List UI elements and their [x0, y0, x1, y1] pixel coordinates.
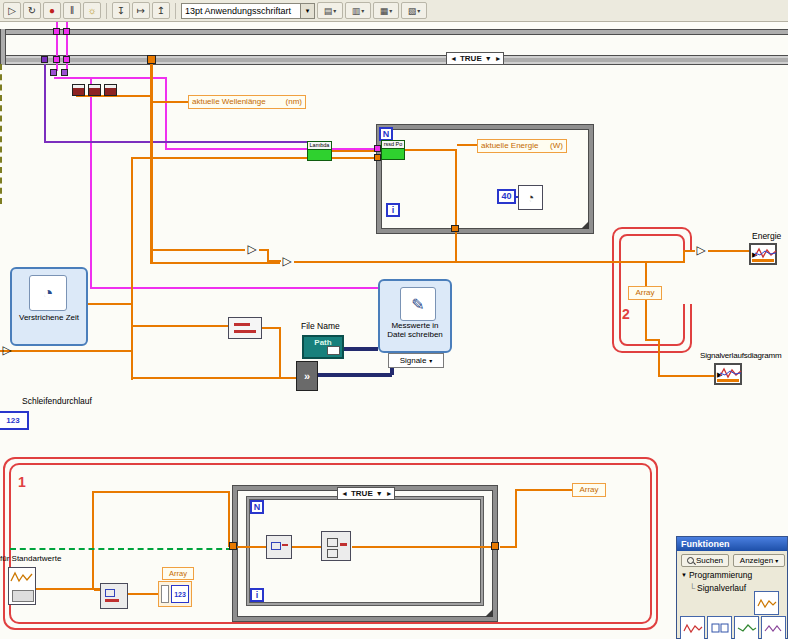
wire-segment[interactable] [279, 327, 281, 377]
tunnel[interactable] [451, 225, 459, 232]
wire-segment[interactable] [44, 141, 309, 143]
signale-tab-dropdown-icon[interactable]: ▾ [429, 357, 432, 364]
local-variable-square[interactable] [61, 69, 68, 76]
palette-icon[interactable] [761, 616, 786, 639]
tunnel[interactable] [491, 542, 499, 550]
palette-category-programmierung[interactable]: ▼ Programmierung [681, 570, 752, 580]
wire-segment[interactable] [44, 64, 46, 143]
palette-icon[interactable] [734, 616, 759, 639]
case-next-button[interactable]: ► [495, 55, 502, 62]
palette-title-bar[interactable]: Funktionen [677, 537, 787, 551]
schleifendurchlauf-label[interactable]: Schleifendurchlauf [22, 397, 92, 406]
step-out-button[interactable]: ↥ [152, 2, 170, 19]
wire-segment[interactable] [228, 491, 230, 547]
tunnel[interactable] [147, 55, 156, 64]
wire-segment[interactable] [292, 546, 323, 548]
scaling-node[interactable] [228, 317, 262, 339]
tunnel[interactable] [53, 56, 60, 63]
wire-segment[interactable] [352, 546, 494, 548]
wire-segment[interactable] [128, 593, 158, 595]
palette-icon[interactable] [707, 616, 732, 639]
wire-segment[interactable] [455, 149, 457, 227]
merge-signals-node[interactable]: » [296, 361, 318, 391]
signalverlaufsdiagramm-label[interactable]: Signalverlaufsdiagramm [700, 352, 788, 361]
array-index-box[interactable] [161, 585, 169, 603]
palette-view-button[interactable]: Anzeigen ▾ [733, 554, 785, 567]
palette-search-button[interactable]: Suchen [681, 554, 729, 567]
wire-segment[interactable] [708, 250, 750, 252]
array-element-box[interactable]: 123 [171, 585, 189, 603]
signalverlauf-chart-terminal[interactable]: ▶ [714, 363, 742, 385]
signale-input-tab[interactable]: Signale ▾ [388, 353, 444, 368]
wire-dynamic-data[interactable] [318, 373, 392, 377]
wait-metronome-node[interactable]: ◔ [518, 185, 543, 210]
run-button[interactable]: ▷ [3, 2, 21, 19]
step-into-button[interactable]: ↧ [112, 2, 130, 19]
case-dropdown-button[interactable]: ▼ [485, 55, 492, 62]
palette-icon[interactable] [680, 616, 705, 639]
structure-left-border[interactable] [0, 29, 6, 65]
combo-dropdown-icon[interactable]: ▾ [300, 4, 314, 18]
tunnel[interactable] [374, 145, 381, 152]
rssd-po-terminal[interactable]: rssd Po [381, 140, 405, 160]
energie-chart-terminal[interactable]: ▶ [749, 243, 777, 265]
functions-palette-window[interactable]: Funktionen Suchen Anzeigen ▾ ▼ Programmi… [676, 536, 788, 639]
operator-triangle-node[interactable]: ▷ [0, 344, 14, 358]
wire-segment[interactable] [645, 300, 647, 341]
wire-segment[interactable] [515, 489, 517, 548]
constant-box[interactable] [72, 84, 85, 96]
loop-resize-handle[interactable] [581, 221, 589, 229]
wire-segment[interactable] [150, 103, 153, 264]
wire-segment[interactable] [645, 262, 647, 289]
wire-segment[interactable] [36, 588, 100, 590]
numeric-indicator-123[interactable]: 123 [0, 411, 29, 430]
tunnel[interactable] [41, 56, 48, 63]
operator-triangle-node[interactable]: ▷ [245, 243, 259, 257]
array-label-frame2[interactable]: Array [628, 286, 662, 300]
wire-segment[interactable] [457, 144, 477, 146]
array-label-constant[interactable]: Array [162, 567, 194, 580]
dashed-boolean-wire-left[interactable] [0, 64, 2, 204]
wire-segment[interactable] [658, 375, 714, 377]
tunnel[interactable] [374, 154, 381, 161]
constant-box[interactable] [104, 84, 117, 96]
case-next-button[interactable]: ► [386, 490, 393, 497]
wire-segment[interactable] [88, 303, 133, 305]
file-name-label[interactable]: File Name [301, 322, 340, 331]
write-file-express-vi[interactable]: ✎ Messwerte in Datei schreiben [378, 279, 452, 353]
step-over-button[interactable]: ↦ [132, 2, 150, 19]
wire-segment[interactable] [92, 491, 230, 493]
wire-segment[interactable] [331, 150, 378, 152]
wait-ms-constant[interactable]: 40 [497, 189, 516, 204]
case-structure-top-border[interactable] [0, 55, 788, 65]
lambda-terminal[interactable]: Lambda [307, 141, 332, 161]
font-selector-combo[interactable]: 13pt Anwendungsschriftart ▾ [181, 3, 315, 19]
wire-segment[interactable] [133, 325, 228, 327]
wire-segment[interactable] [133, 157, 380, 159]
wire-segment[interactable] [90, 287, 380, 289]
case-selector[interactable]: ◄ TRUE ▼ ► [446, 52, 504, 65]
distribute-objects-button[interactable]: ▥ ▾ [345, 2, 371, 19]
wire-segment[interactable] [150, 64, 153, 104]
wire-segment[interactable] [515, 489, 573, 491]
loop-count-terminal[interactable]: N [379, 127, 393, 141]
highlight-execution-button[interactable]: ☼ [83, 2, 101, 19]
abort-button[interactable]: ● [43, 2, 61, 19]
case-prev-button[interactable]: ◄ [341, 490, 348, 497]
block-diagram-canvas[interactable]: ◄ TRUE ▼ ► aktuelle Wellenlänge (nm) akt… [0, 0, 788, 639]
wire-segment[interactable] [267, 260, 281, 262]
wire-segment[interactable] [683, 251, 685, 263]
wavelength-label[interactable]: aktuelle Wellenlänge (nm) [188, 95, 306, 109]
wire-segment[interactable] [658, 339, 660, 377]
run-continuous-button[interactable]: ↻ [23, 2, 41, 19]
tunnel[interactable] [229, 542, 237, 550]
case-dropdown-button[interactable]: ▼ [376, 490, 383, 497]
array-label-bottom[interactable]: Array [572, 483, 606, 497]
case-prev-button[interactable]: ◄ [450, 55, 457, 62]
elapsed-time-express-vi[interactable]: ◔ Verstrichene Zeit [10, 267, 88, 346]
iteration-terminal[interactable]: i [386, 203, 400, 217]
loop-count-terminal[interactable]: N [250, 500, 264, 514]
operator-triangle-node[interactable]: ▷ [280, 255, 294, 269]
build-array-node[interactable] [321, 531, 351, 561]
standartwerte-label[interactable]: für Standartwerte [0, 555, 61, 564]
